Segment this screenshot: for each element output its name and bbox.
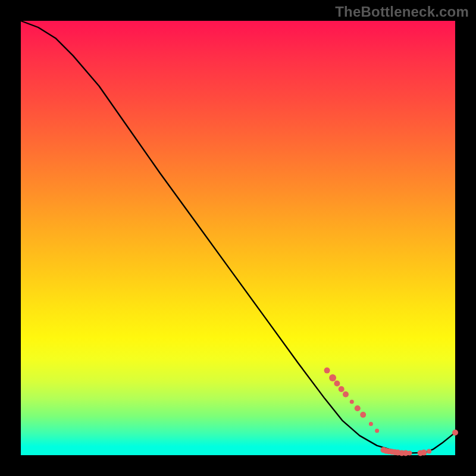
data-point: [324, 368, 330, 374]
data-point: [407, 450, 412, 455]
data-point: [350, 400, 354, 404]
data-point: [369, 422, 373, 426]
plot-area: [21, 21, 455, 455]
data-point-markers: [324, 368, 458, 456]
data-point: [421, 450, 427, 456]
data-point: [427, 449, 431, 453]
chart-svg: [21, 21, 455, 455]
watermark-text: TheBottleneck.com: [335, 4, 469, 20]
data-point: [334, 381, 340, 387]
data-point: [343, 392, 349, 397]
data-point: [375, 429, 379, 433]
data-point: [355, 405, 361, 411]
data-point: [339, 386, 345, 392]
data-point: [452, 430, 458, 436]
data-point: [329, 374, 336, 381]
bottleneck-curve-line: [21, 21, 455, 453]
chart-frame: TheBottleneck.com: [0, 0, 476, 476]
data-point: [360, 412, 366, 418]
